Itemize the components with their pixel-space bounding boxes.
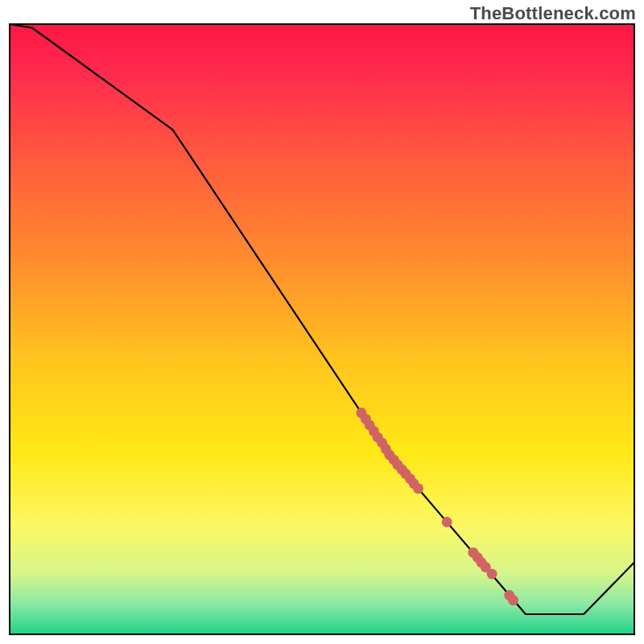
plot-area (10, 24, 634, 634)
chart-stage: TheBottleneck.com (0, 0, 644, 644)
chart-svg (0, 0, 644, 644)
highlight-dot (508, 595, 518, 605)
watermark-text: TheBottleneck.com (470, 3, 636, 24)
highlight-dot (442, 517, 452, 527)
heat-background (10, 24, 634, 634)
highlight-dot (413, 483, 423, 493)
highlight-dot (487, 569, 497, 580)
